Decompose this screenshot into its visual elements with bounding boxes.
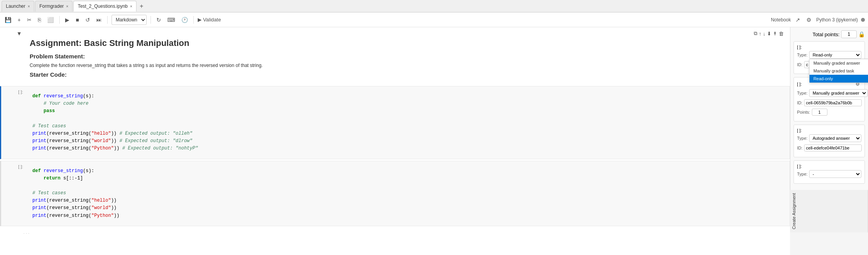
cell-copy-button[interactable]: ⧉	[754, 30, 757, 37]
create-assignment-tab[interactable]: Create Assignment	[790, 190, 868, 232]
notebook: ▼ ⧉ ↑ ↓ ⬇ ↟ 🗑 Assignment: Basic String M…	[0, 27, 790, 255]
panel1-dropdown-container: Read-only Manually graded answer Manuall…	[809, 51, 861, 59]
panel4-type-select[interactable]: -	[809, 170, 861, 178]
sidebar: Total points: 🔒 [ ]: Type: Read-only	[790, 27, 868, 190]
code-line: # Test cases	[32, 190, 782, 197]
panel1-bracket: [ ]:	[797, 45, 802, 49]
starter-code-heading: Starter Code:	[30, 71, 784, 78]
tab-notebook-close[interactable]: ×	[130, 4, 133, 9]
panel2-type-select[interactable]: Manually graded answer	[809, 89, 868, 97]
problem-statement-text: Complete the function reverse_string tha…	[30, 63, 784, 68]
restart-button[interactable]: ↺	[84, 16, 92, 24]
sidebar-panel-2: [ ]: ⚙ Type: Manually graded answer ID: …	[794, 77, 865, 121]
cell-bracket-2: [ ]:	[18, 164, 23, 169]
tab-launcher-label: Launcher	[6, 4, 25, 9]
run-button[interactable]: ▶	[64, 16, 71, 24]
code-content-1: def reverse_string(s): # Your code here …	[25, 86, 790, 159]
refresh-button[interactable]: ↻	[155, 16, 163, 24]
panel2-type-label: Type:	[797, 91, 808, 95]
restart-icon: ↺	[85, 17, 90, 23]
stop-button[interactable]: ■	[74, 16, 80, 24]
code-line: def reverse_string(s):	[32, 167, 782, 175]
panel3-id-input[interactable]	[804, 144, 862, 151]
keyboard-button[interactable]: ⌨	[166, 16, 177, 24]
cell-gutter-header: ▼	[0, 27, 23, 84]
panel3-type-select[interactable]: Autograded answer	[809, 134, 861, 142]
notebook-external-icon[interactable]: ↗	[794, 16, 802, 24]
save-button[interactable]: 💾	[3, 16, 13, 24]
panel2-id-row: ID:	[797, 99, 861, 106]
code-area-1: def reverse_string(s): # Your code here …	[28, 90, 787, 156]
code-line: print(reverse_string("hello"))	[32, 197, 782, 204]
panel2-id-label: ID:	[797, 100, 802, 105]
dropdown-item-manually-graded-task[interactable]: Manually graded task	[810, 67, 868, 75]
cell-down-button[interactable]: ↓	[763, 30, 766, 37]
notebook-settings-icon[interactable]: ⚙	[805, 16, 813, 24]
cell-gutter-2: [ ]:	[1, 161, 25, 226]
collapse-button[interactable]: ▼	[16, 30, 22, 37]
copy-button[interactable]: ⎘	[36, 16, 43, 24]
lock-icon: 🔒	[858, 31, 865, 37]
validate-button[interactable]: ▶ Validate	[198, 17, 221, 23]
paste-icon: ⬜	[47, 17, 54, 23]
run-icon: ▶	[65, 17, 69, 23]
panel1-type-label: Type:	[797, 53, 808, 57]
code-line: print(reverse_string("world")) # Expecte…	[32, 137, 782, 145]
code-line: return s[::-1]	[32, 175, 782, 182]
save-icon: 💾	[5, 17, 11, 23]
panel2-points-input[interactable]	[812, 109, 827, 116]
cell-delete-button[interactable]: 🗑	[779, 30, 784, 37]
clock-button[interactable]: 🕐	[180, 16, 190, 24]
code-line	[32, 115, 782, 123]
dropdown-item-read-only[interactable]: Read-only	[810, 75, 868, 83]
panel1-type-select[interactable]: Read-only	[809, 51, 861, 59]
tab-formgrader-label: Formgrader	[39, 4, 64, 9]
total-points-input[interactable]	[841, 30, 857, 38]
sidebar-container: Total points: 🔒 [ ]: Type: Read-only	[790, 27, 868, 255]
notebook-title-text: Assignment: Basic String Manipulation	[30, 38, 189, 48]
panel3-type-label: Type:	[797, 136, 808, 141]
code-line: def reverse_string(s):	[32, 93, 782, 100]
tab-formgrader-close[interactable]: ×	[66, 4, 69, 9]
panel3-type-row: Type: Autograded answer	[797, 134, 861, 142]
code-line: # Your code here	[32, 100, 782, 107]
code-line: print(reverse_string("world"))	[32, 204, 782, 212]
cell-up-button[interactable]: ↑	[759, 30, 762, 37]
problem-statement-heading: Problem Statement:	[30, 53, 784, 60]
code-line: print(reverse_string("hello")) # Expecte…	[32, 130, 782, 137]
cell-trust-button[interactable]: ↟	[773, 30, 777, 37]
sidebar-panel-1: [ ]: Type: Read-only Manually graded ans…	[794, 41, 865, 74]
kernel-status-icon	[861, 18, 865, 22]
panel1-type-row: Type: Read-only Manually graded answer M…	[797, 51, 861, 59]
divider3	[151, 16, 151, 24]
cut-button[interactable]: ✂	[25, 16, 33, 24]
fastforward-button[interactable]: ⏭	[95, 16, 103, 24]
divider2	[107, 16, 108, 24]
refresh-icon: ↻	[156, 17, 161, 23]
tab-launcher-close[interactable]: ×	[28, 4, 30, 9]
tab-launcher[interactable]: Launcher ×	[2, 1, 34, 12]
copy-icon: ⎘	[38, 17, 41, 23]
cell-type-select[interactable]: Markdown	[112, 15, 147, 25]
cell-bracket-1: [ ]:	[18, 90, 23, 94]
panel2-points-label: Points:	[797, 110, 810, 114]
code-line	[32, 182, 782, 190]
add-tab-button[interactable]: +	[137, 3, 145, 10]
tab-notebook[interactable]: Test_2_Questions.ipynb ×	[73, 1, 136, 12]
total-points-row: Total points: 🔒	[794, 30, 865, 38]
panel2-id-input[interactable]	[804, 99, 862, 106]
panel4-bracket: [ ]:	[797, 164, 802, 169]
code-cell-2[interactable]: [ ]: def reverse_string(s): return s[::-…	[0, 161, 790, 226]
paste-button[interactable]: ⬜	[46, 16, 55, 24]
fastforward-icon: ⏭	[96, 17, 102, 23]
tab-formgrader[interactable]: Formgrader ×	[35, 1, 73, 12]
sidebar-panel-4: [ ]: Type: -	[794, 160, 865, 184]
markdown-cell-header: ▼ ⧉ ↑ ↓ ⬇ ↟ 🗑 Assignment: Basic String M…	[0, 27, 790, 84]
code-cell-1[interactable]: [ ]: def reverse_string(s): # Your code …	[0, 86, 790, 159]
plus-icon: +	[18, 17, 21, 23]
cell-save-button[interactable]: ⬇	[767, 30, 771, 37]
add-cell-button[interactable]: +	[16, 16, 22, 24]
panel1-dropdown-menu: Manually graded answer Manually graded t…	[809, 59, 868, 83]
cell-gutter-1: [ ]:	[1, 86, 25, 159]
dropdown-item-manually-graded-answer[interactable]: Manually graded answer	[810, 59, 868, 67]
